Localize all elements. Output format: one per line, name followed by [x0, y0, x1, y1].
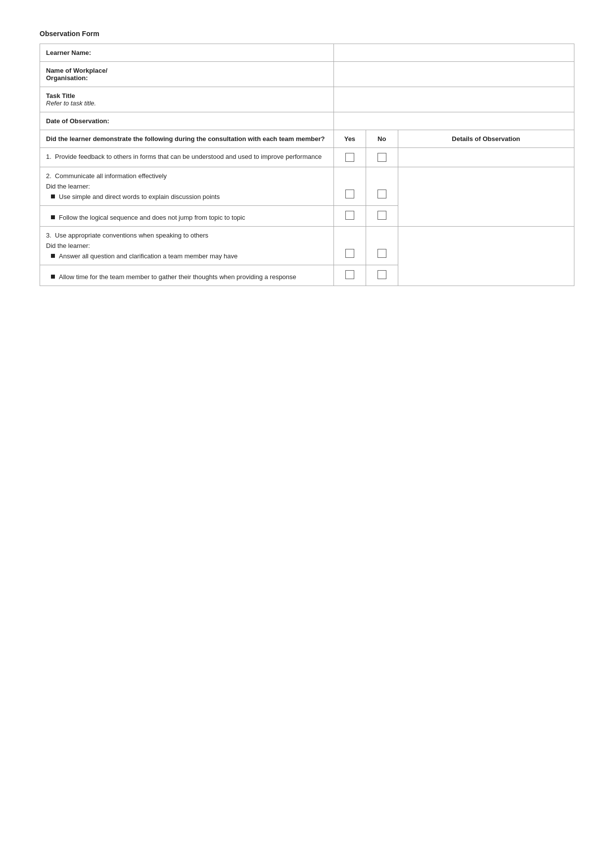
- section-2-bullet-2-text: Follow the logical sequence and does not…: [59, 214, 245, 221]
- section-1-yes-checkbox[interactable]: [345, 153, 354, 162]
- section-2-bullet-2: Follow the logical sequence and does not…: [40, 206, 334, 227]
- yes-header: Yes: [334, 130, 366, 148]
- bullet-icon: [51, 215, 55, 219]
- learner-name-label: Learner Name:: [46, 49, 91, 56]
- section-1-no-checkbox[interactable]: [378, 153, 386, 162]
- date-value[interactable]: [334, 112, 574, 130]
- section-2-bullet1-yes-cell[interactable]: [334, 167, 366, 206]
- section-3-number: 3.: [46, 232, 55, 239]
- section-2-did-learner: Did the learner:: [46, 183, 328, 190]
- section-2-bullet1-no-checkbox[interactable]: [378, 190, 386, 198]
- section-3-bullet2-no-checkbox[interactable]: [378, 270, 386, 279]
- workplace-value[interactable]: [334, 62, 574, 87]
- section-3-bullet2-no-cell[interactable]: [366, 265, 398, 286]
- section-2-number: 2.: [46, 172, 55, 180]
- section-2-row: 2. Communicate all information effective…: [40, 167, 574, 206]
- workplace-label2: Organisation:: [46, 74, 88, 82]
- section-1-yes-cell[interactable]: [334, 148, 366, 167]
- column-header-row: Did the learner demonstrate the followin…: [40, 130, 574, 148]
- section-2-bullet2-no-checkbox[interactable]: [378, 211, 386, 220]
- section-1-number: 1.: [46, 153, 55, 160]
- section-3-bullet-2: Allow time for the team member to gather…: [40, 265, 334, 286]
- workplace-row: Name of Workplace/ Organisation:: [40, 62, 574, 87]
- task-title-row: Task Title Refer to task title.: [40, 87, 574, 112]
- section-1-content: Provide feedback to others in forms that…: [55, 153, 322, 160]
- question-header: Did the learner demonstrate the followin…: [40, 130, 334, 148]
- section-3-bullet2-yes-checkbox[interactable]: [345, 270, 354, 279]
- details-header: Details of Observation: [398, 130, 574, 148]
- section-3-details[interactable]: [398, 227, 574, 286]
- section-2-bullet2-no-cell[interactable]: [366, 206, 398, 227]
- page-title: Observation Form: [40, 30, 574, 38]
- workplace-label1: Name of Workplace/: [46, 67, 107, 74]
- section-2-bullet-1-text: Use simple and direct words to explain d…: [59, 193, 220, 200]
- section-2-bullet2-yes-checkbox[interactable]: [345, 211, 354, 220]
- date-label: Date of Observation:: [46, 117, 109, 125]
- section-3-bullet1-yes-checkbox[interactable]: [345, 249, 354, 258]
- section-3-bullet-1: Answer all question and clarification a …: [51, 252, 328, 260]
- section-3-bullet1-yes-cell[interactable]: [334, 227, 366, 265]
- section-3-bullet-2-item: Allow time for the team member to gather…: [51, 273, 328, 281]
- task-title-italic: Refer to task title.: [46, 99, 96, 107]
- learner-name-value[interactable]: [334, 44, 574, 62]
- section-2-title: Communicate all information effectively: [55, 172, 167, 180]
- bullet-icon: [51, 254, 55, 258]
- task-title-label: Task Title: [46, 92, 75, 99]
- observation-table: Learner Name: Name of Workplace/ Organis…: [40, 44, 574, 286]
- section-1-no-cell[interactable]: [366, 148, 398, 167]
- section-2-details[interactable]: [398, 167, 574, 227]
- section-3-bullet1-no-cell[interactable]: [366, 227, 398, 265]
- date-row: Date of Observation:: [40, 112, 574, 130]
- section-3-title: Use appropriate conventions when speakin…: [55, 232, 208, 239]
- section-3-bullet-2-text: Allow time for the team member to gather…: [59, 273, 296, 281]
- section-2-bullet-1: Use simple and direct words to explain d…: [51, 193, 328, 200]
- section-2-bullet2-yes-cell[interactable]: [334, 206, 366, 227]
- section-3-main: 3. Use appropriate conventions when spea…: [40, 227, 334, 265]
- section-3-did-learner: Did the learner:: [46, 242, 328, 249]
- section-3-bullet-1-text: Answer all question and clarification a …: [59, 252, 237, 260]
- section-2-bullet-2-item: Follow the logical sequence and does not…: [51, 214, 328, 221]
- section-1-row: 1. Provide feedback to others in forms t…: [40, 148, 574, 167]
- bullet-icon: [51, 275, 55, 279]
- section-2-bullet1-no-cell[interactable]: [366, 167, 398, 206]
- section-3-row: 3. Use appropriate conventions when spea…: [40, 227, 574, 265]
- section-3-bullet1-no-checkbox[interactable]: [378, 249, 386, 258]
- bullet-icon: [51, 194, 55, 198]
- section-3-bullet2-yes-cell[interactable]: [334, 265, 366, 286]
- section-2-bullet1-yes-checkbox[interactable]: [345, 190, 354, 198]
- learner-name-row: Learner Name:: [40, 44, 574, 62]
- task-title-value[interactable]: [334, 87, 574, 112]
- section-1-details[interactable]: [398, 148, 574, 167]
- section-2-main: 2. Communicate all information effective…: [40, 167, 334, 206]
- no-header: No: [366, 130, 398, 148]
- section-1-text: 1. Provide feedback to others in forms t…: [40, 148, 334, 167]
